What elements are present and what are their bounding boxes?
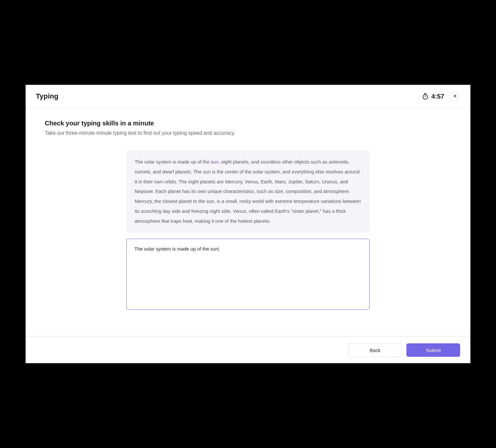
passage-before: The solar system is made up of the: [135, 159, 211, 164]
stopwatch-icon: [422, 93, 429, 100]
timer-value: 4:57: [431, 93, 444, 100]
typing-test-modal: Typing 4:57: [26, 85, 470, 363]
typed-text: The solar system is made up of the sun: [134, 246, 218, 252]
section-heading: Check your typing skills in a minute: [45, 120, 451, 127]
passage-after: eight planets, and countless other objec…: [135, 159, 361, 224]
passage-text: The solar system is made up of the sun, …: [126, 150, 370, 233]
modal-body: Check your typing skills in a minute Tak…: [26, 108, 470, 337]
back-button[interactable]: Back: [348, 343, 402, 357]
header-right: 4:57: [422, 91, 460, 101]
content-wrap: The solar system is made up of the sun, …: [45, 150, 451, 310]
text-caret: [219, 246, 219, 252]
modal-footer: Back Submit: [26, 337, 470, 363]
close-button[interactable]: [450, 91, 460, 101]
passage-highlight: sun,: [211, 159, 220, 164]
modal-header: Typing 4:57: [26, 85, 470, 108]
modal-title: Typing: [36, 92, 58, 100]
typing-input[interactable]: The solar system is made up of the sun: [126, 239, 370, 310]
timer: 4:57: [422, 93, 444, 100]
section-subheading: Take our three-minute-minute typing test…: [45, 130, 451, 136]
close-icon: [453, 94, 457, 99]
submit-button[interactable]: Submit: [406, 343, 460, 357]
